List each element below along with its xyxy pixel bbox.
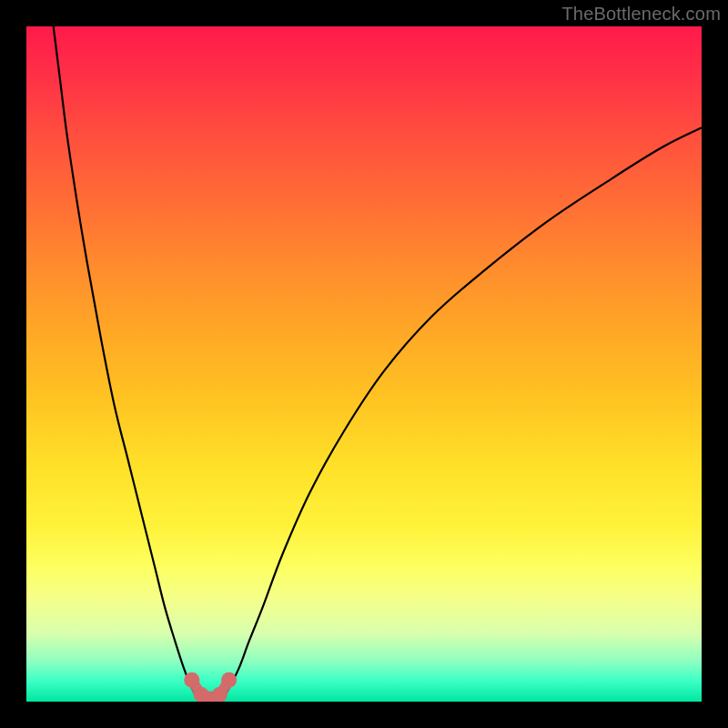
chart-plot-area — [26, 26, 702, 702]
valley-marker-dot — [184, 672, 199, 688]
left-curve — [54, 26, 199, 700]
right-curve — [222, 127, 702, 699]
right-curve-path — [222, 127, 702, 699]
valley-floor-markers — [184, 672, 237, 702]
attribution-text: TheBottleneck.com — [561, 4, 721, 25]
left-curve-path — [54, 26, 199, 700]
valley-marker-dot — [221, 672, 237, 688]
chart-svg — [26, 26, 702, 702]
